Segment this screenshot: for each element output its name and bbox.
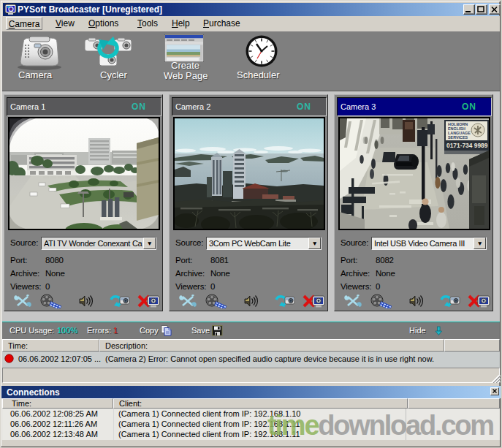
svg-text:SERVICES: SERVICES xyxy=(448,135,468,140)
svg-text:0171-734 9989: 0171-734 9989 xyxy=(446,142,488,149)
